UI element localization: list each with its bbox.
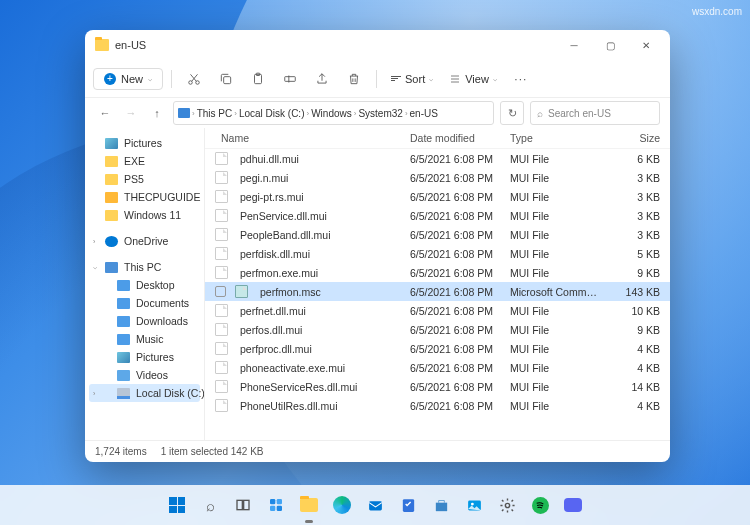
sidebar-label: OneDrive xyxy=(124,235,168,247)
sidebar-item[interactable]: EXE xyxy=(89,152,200,170)
sort-button[interactable]: Sort ⌵ xyxy=(385,73,439,85)
address-bar[interactable]: › This PC› Local Disk (C:)› Windows› Sys… xyxy=(173,101,494,125)
sidebar-item[interactable]: Desktop xyxy=(89,276,200,294)
store-button[interactable] xyxy=(427,491,455,519)
file-name: pegi-pt.rs.mui xyxy=(240,191,304,203)
breadcrumb-seg[interactable]: en-US xyxy=(410,108,438,119)
table-row[interactable]: perfdisk.dll.mui6/5/2021 6:08 PMMUI File… xyxy=(205,244,670,263)
cut-button[interactable] xyxy=(180,65,208,93)
sidebar-thispc[interactable]: ⌵This PC xyxy=(89,258,200,276)
file-icon xyxy=(215,228,228,241)
file-explorer-button[interactable] xyxy=(295,491,323,519)
col-type[interactable]: Type xyxy=(510,132,610,144)
breadcrumb-seg[interactable]: Local Disk (C:) xyxy=(239,108,305,119)
paste-button[interactable] xyxy=(244,65,272,93)
selection-info: 1 item selected 142 KB xyxy=(161,446,264,457)
more-button[interactable]: ··· xyxy=(507,65,535,93)
search-button[interactable]: ⌕ xyxy=(196,491,224,519)
breadcrumb-seg[interactable]: System32 xyxy=(358,108,402,119)
window-title: en-US xyxy=(115,39,556,51)
file-icon xyxy=(215,304,228,317)
sidebar-item[interactable]: Videos xyxy=(89,366,200,384)
refresh-button[interactable]: ↻ xyxy=(500,101,524,125)
svg-rect-8 xyxy=(270,499,275,504)
sidebar-item[interactable]: Pictures xyxy=(89,348,200,366)
sidebar-item[interactable]: Windows 11 xyxy=(89,206,200,224)
table-row[interactable]: perfproc.dll.mui6/5/2021 6:08 PMMUI File… xyxy=(205,339,670,358)
minimize-button[interactable]: ─ xyxy=(556,30,592,60)
file-name: pegi.n.mui xyxy=(240,172,288,184)
back-button[interactable]: ← xyxy=(95,103,115,123)
file-size: 9 KB xyxy=(610,267,660,279)
sidebar-item[interactable]: Pictures xyxy=(89,134,200,152)
forward-button[interactable]: → xyxy=(121,103,141,123)
table-row[interactable]: phoneactivate.exe.mui6/5/2021 6:08 PMMUI… xyxy=(205,358,670,377)
table-row[interactable]: perfos.dll.mui6/5/2021 6:08 PMMUI File9 … xyxy=(205,320,670,339)
table-row[interactable]: pegi.n.mui6/5/2021 6:08 PMMUI File3 KB xyxy=(205,168,670,187)
titlebar[interactable]: en-US ─ ▢ ✕ xyxy=(85,30,670,60)
chevron-down-icon: ⌵ xyxy=(93,263,97,271)
file-name: perfmon.exe.mui xyxy=(240,267,318,279)
share-button[interactable] xyxy=(308,65,336,93)
sidebar-item[interactable]: Documents xyxy=(89,294,200,312)
file-size: 9 KB xyxy=(610,324,660,336)
mail-button[interactable] xyxy=(361,491,389,519)
sidebar-item[interactable]: THECPUGUIDE xyxy=(89,188,200,206)
table-row[interactable]: PenService.dll.mui6/5/2021 6:08 PMMUI Fi… xyxy=(205,206,670,225)
table-row[interactable]: perfnet.dll.mui6/5/2021 6:08 PMMUI File1… xyxy=(205,301,670,320)
svg-rect-5 xyxy=(285,76,296,81)
file-type: MUI File xyxy=(510,343,610,355)
search-input[interactable]: ⌕ Search en-US xyxy=(530,101,660,125)
sidebar-label: THECPUGUIDE xyxy=(124,191,200,203)
table-row[interactable]: pdhui.dll.mui6/5/2021 6:08 PMMUI File6 K… xyxy=(205,149,670,168)
file-icon xyxy=(215,361,228,374)
row-checkbox[interactable] xyxy=(215,286,226,297)
view-button[interactable]: View ⌵ xyxy=(443,73,503,85)
task-view-button[interactable] xyxy=(229,491,257,519)
col-name[interactable]: Name xyxy=(221,132,249,144)
sidebar[interactable]: PicturesEXEPS5THECPUGUIDEWindows 11›OneD… xyxy=(85,128,205,440)
separator xyxy=(171,70,172,88)
new-button[interactable]: + New ⌵ xyxy=(93,68,163,90)
copy-button[interactable] xyxy=(212,65,240,93)
settings-button[interactable] xyxy=(493,491,521,519)
sidebar-item[interactable]: Downloads xyxy=(89,312,200,330)
breadcrumb-seg[interactable]: This PC xyxy=(197,108,233,119)
file-type: MUI File xyxy=(510,324,610,336)
photos-button[interactable] xyxy=(460,491,488,519)
sidebar-label: Pictures xyxy=(124,137,162,149)
discord-button[interactable] xyxy=(559,491,587,519)
column-header[interactable]: Name Date modified Type Size xyxy=(205,128,670,149)
drive-icon xyxy=(117,352,130,363)
start-button[interactable] xyxy=(163,491,191,519)
widgets-button[interactable] xyxy=(262,491,290,519)
table-row[interactable]: PhoneUtilRes.dll.mui6/5/2021 6:08 PMMUI … xyxy=(205,396,670,415)
col-date[interactable]: Date modified xyxy=(410,132,510,144)
close-button[interactable]: ✕ xyxy=(628,30,664,60)
spotify-button[interactable] xyxy=(526,491,554,519)
col-size[interactable]: Size xyxy=(610,132,660,144)
sidebar-item[interactable]: PS5 xyxy=(89,170,200,188)
file-icon xyxy=(215,323,228,336)
sidebar-label: Videos xyxy=(136,369,168,381)
sidebar-onedrive[interactable]: ›OneDrive xyxy=(89,232,200,250)
rename-button[interactable] xyxy=(276,65,304,93)
breadcrumb-seg[interactable]: Windows xyxy=(311,108,352,119)
edge-button[interactable] xyxy=(328,491,356,519)
file-type: MUI File xyxy=(510,305,610,317)
sidebar-item[interactable]: ›Local Disk (C:) xyxy=(89,384,200,402)
table-row[interactable]: pegi-pt.rs.mui6/5/2021 6:08 PMMUI File3 … xyxy=(205,187,670,206)
taskbar[interactable]: ⌕ xyxy=(0,485,750,525)
file-date: 6/5/2021 6:08 PM xyxy=(410,191,510,203)
file-icon xyxy=(215,190,228,203)
maximize-button[interactable]: ▢ xyxy=(592,30,628,60)
table-row[interactable]: PeopleBand.dll.mui6/5/2021 6:08 PMMUI Fi… xyxy=(205,225,670,244)
table-row[interactable]: perfmon.exe.mui6/5/2021 6:08 PMMUI File9… xyxy=(205,263,670,282)
up-button[interactable]: ↑ xyxy=(147,103,167,123)
table-row[interactable]: PhoneServiceRes.dll.mui6/5/2021 6:08 PMM… xyxy=(205,377,670,396)
table-row[interactable]: perfmon.msc6/5/2021 6:08 PMMicrosoft Com… xyxy=(205,282,670,301)
todo-button[interactable] xyxy=(394,491,422,519)
file-list[interactable]: pdhui.dll.mui6/5/2021 6:08 PMMUI File6 K… xyxy=(205,149,670,440)
delete-button[interactable] xyxy=(340,65,368,93)
sidebar-item[interactable]: Music xyxy=(89,330,200,348)
